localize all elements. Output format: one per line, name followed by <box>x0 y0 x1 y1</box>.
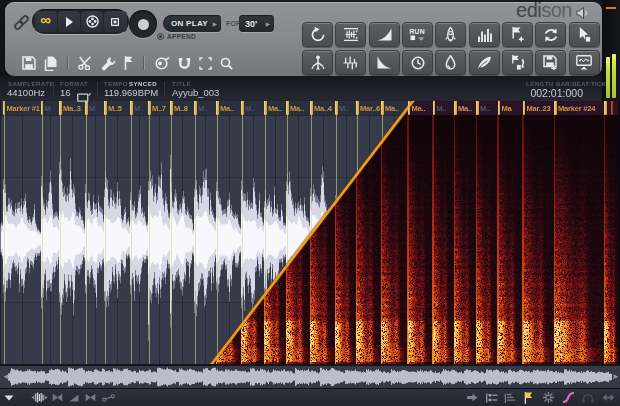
append-option[interactable]: APPEND <box>157 33 196 40</box>
marker-label[interactable]: M..7 <box>152 103 170 114</box>
marker-label[interactable]: M.. <box>437 103 454 114</box>
paste-button[interactable] <box>44 56 57 71</box>
marker-tick[interactable] <box>59 101 62 115</box>
marker-label[interactable]: M <box>89 103 104 114</box>
marker-label[interactable]: Mar..23 <box>527 103 554 114</box>
zoom-button[interactable] <box>220 57 233 70</box>
marker-tick[interactable] <box>498 101 501 115</box>
marker-tick[interactable] <box>523 101 526 115</box>
marker-label[interactable]: Ma <box>502 103 523 114</box>
marker-tick[interactable] <box>170 101 173 115</box>
play-button[interactable] <box>58 11 80 32</box>
declick-button[interactable] <box>335 50 366 75</box>
marker-label[interactable]: Ma.. <box>290 103 310 114</box>
on-play-dropdown[interactable]: ON PLAY ▶ <box>163 15 221 32</box>
arrow-right-button[interactable] <box>466 389 478 406</box>
marker-tick[interactable] <box>356 101 359 115</box>
marker-tick[interactable] <box>408 101 411 115</box>
playlist-button[interactable] <box>485 389 498 406</box>
fade-in-button[interactable] <box>369 22 400 47</box>
menu-down-button[interactable] <box>4 389 14 406</box>
marker-label[interactable]: Marker #1 <box>7 103 41 114</box>
info-value[interactable]: 119.969BPM <box>104 87 158 98</box>
denoise-button[interactable] <box>302 50 333 75</box>
marker-tick[interactable] <box>286 101 289 115</box>
marker-tick[interactable] <box>241 101 244 115</box>
time-button[interactable] <box>402 50 433 75</box>
drag-drop-button[interactable] <box>569 22 600 47</box>
rocket-button[interactable] <box>435 22 466 47</box>
link-icon[interactable] <box>13 14 30 35</box>
save-button[interactable] <box>22 56 36 70</box>
marker-label[interactable]: Mar..6 <box>360 103 381 114</box>
headphones-button[interactable] <box>582 389 594 406</box>
marker-label[interactable]: M..5 <box>108 103 130 114</box>
snap-button[interactable] <box>178 57 191 70</box>
marker-label[interactable]: Ma.. <box>385 103 407 114</box>
marker-label[interactable]: Ma.. <box>220 103 241 114</box>
flag-button[interactable] <box>524 389 533 406</box>
marker-label[interactable]: M.. <box>198 103 216 114</box>
marker-tick[interactable] <box>104 101 107 115</box>
marker-tick[interactable] <box>130 101 133 115</box>
synced-badge[interactable]: SYNCED <box>129 81 157 87</box>
marker-tick[interactable] <box>381 101 384 115</box>
marker-bar[interactable]: Marker #1MMa..3MM..5MM..7M..8M..Ma..M..M… <box>0 101 620 115</box>
marker-label[interactable]: Ma..4 <box>314 103 335 114</box>
resample-button[interactable] <box>535 22 566 47</box>
cut-button[interactable] <box>78 56 93 70</box>
marker-tick[interactable] <box>476 101 479 115</box>
ramp-button[interactable] <box>69 389 79 406</box>
next-marker-button[interactable] <box>85 389 96 406</box>
marker-button[interactable] <box>124 56 133 70</box>
stats-button[interactable] <box>469 22 500 47</box>
marker-tick[interactable] <box>41 101 44 115</box>
reverse-button[interactable] <box>302 22 333 47</box>
record-button[interactable] <box>129 10 157 38</box>
blur-button[interactable] <box>435 50 466 75</box>
marker-label[interactable]: Marker #24 <box>558 103 604 114</box>
overview-strip[interactable] <box>0 365 620 388</box>
marker-list-button[interactable] <box>504 389 516 406</box>
duration-dropdown[interactable]: 30' ▶ <box>239 15 274 32</box>
loop-record-button[interactable]: ∞ <box>35 11 57 32</box>
marker-label[interactable]: M..8 <box>174 103 194 114</box>
marker-tick[interactable] <box>194 101 197 115</box>
stop-button[interactable] <box>104 11 126 32</box>
marker-tick[interactable] <box>554 101 557 115</box>
scroll-right-icon[interactable]: ► <box>612 372 620 381</box>
marker-label[interactable]: M.. <box>245 103 264 114</box>
marker-tick[interactable] <box>264 101 267 115</box>
swap-arrows-button[interactable] <box>602 389 615 406</box>
scroll-left-icon[interactable]: ◄ <box>2 372 10 381</box>
reel-button[interactable] <box>81 11 103 32</box>
fade-out-button[interactable] <box>369 50 400 75</box>
run-script-button[interactable]: RUN <box>402 22 433 47</box>
view-button[interactable] <box>154 57 170 70</box>
marker-label[interactable]: Ma.. <box>458 103 476 114</box>
add-marker-button[interactable] <box>502 22 533 47</box>
marker-tick[interactable] <box>454 101 457 115</box>
marker-label[interactable]: M.. <box>339 103 356 114</box>
marker-tick[interactable] <box>335 101 338 115</box>
normalize-button[interactable] <box>335 22 366 47</box>
marker-label[interactable]: Ma.. <box>268 103 286 114</box>
sample-view[interactable] <box>0 101 620 365</box>
marker-label[interactable]: Ma.. <box>412 103 433 114</box>
fit-window-button[interactable] <box>569 50 600 75</box>
marker-tick[interactable] <box>604 101 607 115</box>
save-as-button[interactable] <box>535 50 566 75</box>
smooth-button[interactable] <box>469 50 500 75</box>
slide-curve-button[interactable] <box>562 389 575 406</box>
marker-tick[interactable] <box>3 101 6 115</box>
scrub-wave-button[interactable] <box>31 389 48 406</box>
marker-tick[interactable] <box>310 101 313 115</box>
marker-label[interactable]: M.. <box>480 103 497 114</box>
slice-markers-button[interactable] <box>502 50 533 75</box>
marker-label[interactable]: M <box>45 103 59 114</box>
info-value[interactable]: Ayyub_003 <box>172 87 219 98</box>
tools-button[interactable] <box>101 56 116 71</box>
marker-label[interactable]: M <box>134 103 148 114</box>
snap-star-button[interactable] <box>543 389 554 406</box>
link-small-button[interactable] <box>102 389 115 406</box>
